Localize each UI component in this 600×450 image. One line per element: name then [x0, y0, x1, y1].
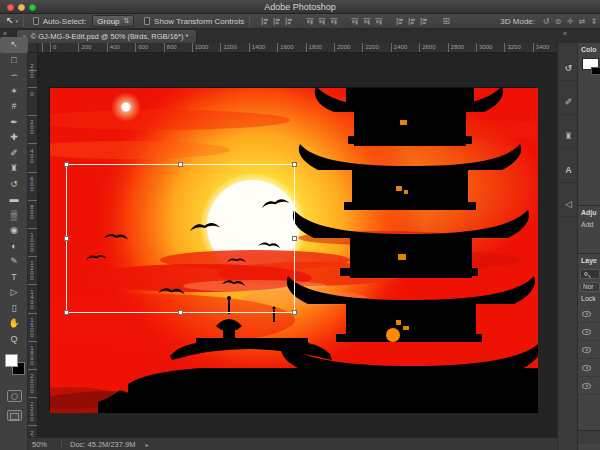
auto-align-layers-icon[interactable]: ⊞ [442, 16, 450, 26]
vertical-ruler: 2000200400600800100012001400160018002000… [28, 53, 38, 437]
pen-tool[interactable]: ✎ [0, 254, 28, 270]
move-tool-icon: ↖ [6, 16, 14, 26]
ruler-label: 3000 [479, 44, 492, 50]
close-window-button[interactable] [7, 4, 14, 11]
dodge-tool[interactable]: ◐ [0, 239, 28, 255]
separator [249, 16, 250, 27]
layers-list [578, 305, 600, 395]
shape-tool[interactable]: ▯ [0, 301, 28, 317]
layer-visibility-eye[interactable] [578, 341, 600, 359]
distribute-left-edges-icon[interactable] [396, 16, 404, 26]
3d-scale-icon[interactable]: ⇕ [588, 17, 600, 26]
distribute-bottom-edges-icon[interactable] [375, 16, 383, 26]
gradient-tool[interactable]: ▒ [0, 208, 28, 224]
eye-icon[interactable] [582, 311, 591, 317]
hand-tool[interactable]: ✋ [0, 316, 28, 332]
layer-visibility-eye[interactable] [578, 359, 600, 377]
transform-handle-top-right[interactable] [292, 162, 297, 167]
show-transform-controls-checkbox[interactable] [144, 17, 150, 25]
marquee-tool[interactable]: □ [0, 53, 28, 69]
character-panel-icon[interactable]: A [558, 157, 579, 183]
eye-icon[interactable] [582, 347, 591, 353]
ruler-label: 200 [29, 119, 37, 134]
styles-panel-icon[interactable]: ◁ [558, 191, 579, 217]
eye-icon[interactable] [582, 329, 591, 335]
layer-visibility-eye[interactable] [578, 323, 600, 341]
3d-orbit-icon[interactable]: ↺ [540, 17, 552, 26]
align-vertical-centers-icon[interactable] [318, 16, 326, 26]
history-panel-icon[interactable]: ↺ [558, 55, 579, 81]
quick-mask-button[interactable] [7, 390, 22, 402]
align-top-edges-icon[interactable] [306, 16, 314, 26]
eye-icon[interactable] [582, 383, 591, 389]
3d-roll-icon[interactable]: ⊙ [552, 17, 564, 26]
updown-arrows-icon: ⇅ [124, 17, 130, 25]
screen-mode-button[interactable] [7, 410, 22, 421]
clone-source-panel-icon[interactable]: ♜ [558, 123, 579, 149]
healing-brush-tool[interactable]: ✚ [0, 130, 28, 146]
move-tool[interactable]: ↖ [0, 37, 28, 53]
quick-selection-tool[interactable]: ✶ [0, 84, 28, 100]
zoom-tool[interactable]: Q [0, 332, 28, 348]
transform-handle-bottom-center[interactable] [178, 310, 183, 315]
transform-handle-top-left[interactable] [64, 162, 69, 167]
move-tool-preset[interactable]: ↖ ▾ [6, 16, 18, 26]
document-window: 0200400600800100012001400160018002000220… [28, 43, 557, 450]
layer-visibility-eye[interactable] [578, 377, 600, 395]
auto-select-target-dropdown[interactable]: Group ⇅ [92, 15, 134, 27]
layers-filter-field[interactable] [580, 269, 600, 279]
status-options-arrow-icon[interactable]: ▸ [145, 441, 148, 448]
history-brush-tool[interactable]: ↺ [0, 177, 28, 193]
distribute-top-edges-icon[interactable] [351, 16, 359, 26]
align-horizontal-centers-icon[interactable] [273, 16, 281, 26]
document-tab[interactable]: × © GJ-MG-9-Edit.psd @ 50% (Birds, RGB/1… [16, 29, 197, 43]
eye-icon[interactable] [582, 365, 591, 371]
color-panel-background-swatch[interactable] [591, 67, 600, 75]
layer-visibility-eye[interactable] [578, 305, 600, 323]
separator [61, 440, 62, 449]
blur-tool[interactable]: ◉ [0, 223, 28, 239]
zoom-window-button[interactable] [29, 4, 36, 11]
ruler-label: 1200 [223, 44, 236, 50]
minimize-window-button[interactable] [18, 4, 25, 11]
type-tool[interactable]: T [0, 270, 28, 286]
distribute-horizontal-centers-icon[interactable] [408, 16, 416, 26]
auto-select-label: Auto-Select: [43, 17, 87, 26]
panel-divider [578, 205, 600, 206]
search-icon [584, 272, 588, 276]
transform-handle-mid-right[interactable] [292, 236, 297, 241]
blend-mode-dropdown[interactable]: Nor [580, 282, 600, 292]
transform-handle-bottom-right[interactable] [292, 310, 297, 315]
ruler-label: 1400 [29, 289, 37, 309]
brush-panel-icon[interactable]: ✐ [558, 89, 579, 115]
collapse-dock-chevron-icon[interactable]: « [563, 30, 567, 37]
ruler-label: 2600 [422, 44, 435, 50]
3d-slide-icon[interactable]: ⇄ [576, 17, 588, 26]
path-selection-tool[interactable]: ▷ [0, 285, 28, 301]
3d-pan-icon[interactable]: ✛ [564, 17, 576, 26]
crop-tool[interactable]: # [0, 99, 28, 115]
photoshop-window: Adobe Photoshop ↖ ▾ Auto-Select: Group ⇅… [0, 0, 600, 450]
transform-handle-mid-left[interactable] [64, 236, 69, 241]
adjustments-panel-header[interactable]: Adju [581, 209, 597, 216]
transform-selection-box[interactable] [66, 164, 295, 313]
layers-panel-header[interactable]: Laye [581, 257, 597, 264]
clone-stamp-tool[interactable]: ♜ [0, 161, 28, 177]
collapse-tools-chevron-icon[interactable]: « [3, 30, 7, 37]
lasso-tool[interactable]: ∽ [0, 68, 28, 84]
align-left-edges-icon[interactable] [261, 16, 269, 26]
align-right-edges-icon[interactable] [285, 16, 293, 26]
eyedropper-tool[interactable]: ✒ [0, 115, 28, 131]
distribute-vertical-centers-icon[interactable] [363, 16, 371, 26]
align-bottom-edges-icon[interactable] [330, 16, 338, 26]
foreground-color-swatch[interactable] [5, 354, 18, 367]
zoom-level-field[interactable]: 50% [32, 440, 47, 449]
distribute-right-edges-icon[interactable] [420, 16, 428, 26]
ruler-corner[interactable] [28, 43, 38, 53]
color-panel-header[interactable]: Colo [581, 46, 597, 53]
auto-select-checkbox[interactable] [33, 17, 39, 25]
transform-handle-top-center[interactable] [178, 162, 183, 167]
transform-handle-bottom-left[interactable] [64, 310, 69, 315]
brush-tool[interactable]: ✐ [0, 146, 28, 162]
eraser-tool[interactable]: ▬ [0, 192, 28, 208]
